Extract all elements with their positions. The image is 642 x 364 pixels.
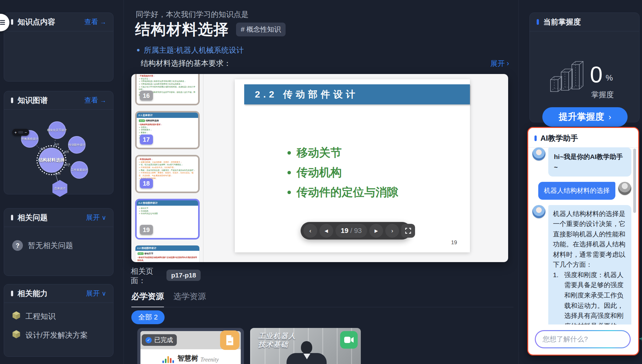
related-abilities-expand-link[interactable]: 展开 ∨ (86, 289, 106, 298)
card-marker (11, 98, 13, 103)
graph-node[interactable]: 模块化关节设计 (48, 121, 66, 139)
thumbnail-text-line: ➢ 移动关节 (139, 207, 196, 210)
document-icon (225, 335, 234, 346)
ability-label: 工程知识 (25, 311, 55, 321)
thumbnail-strip[interactable]: 2.1.4平衡系统设计• 平衡系统的作用：➢ 保证安全；➢ 可降低因机器人构形变… (131, 74, 203, 262)
card-marker (11, 291, 13, 296)
chat-message-list[interactable]: hi~我是你的AI教学助手~机器人结构材料的选择机器人结构材料的选择是一个重要的… (532, 147, 631, 324)
knowledge-content-view-link[interactable]: 查看 → (84, 17, 106, 27)
improve-mastery-button[interactable]: 提升掌握度 › (542, 107, 628, 127)
tab-optional-resources[interactable]: 选学资源 (173, 291, 206, 302)
ability-list: 工程知识设计/开发解决方案 (4, 311, 113, 340)
thumbnail-text-line: ➢ 保证安全； (139, 77, 196, 80)
thumbnail-slide-header: 2.2 传动部件设计 (135, 245, 199, 251)
filter-all-button[interactable]: 全部 2 (131, 310, 165, 324)
brand-name-en: Treenity (200, 356, 218, 363)
ai-assistant-panel: AI教学助手 hi~我是你的AI教学助手~机器人结构材料的选择机器人结构材料的选… (527, 127, 639, 356)
user-avatar (618, 182, 631, 195)
chat-input[interactable] (542, 335, 634, 344)
thumbnail-page-badge: 19 (140, 225, 153, 235)
related-pages-label: 相关页面： (131, 266, 156, 285)
last-page-button[interactable]: › (385, 224, 399, 238)
slide-thumbnail[interactable]: • 常用结构材料：➢ 碳素结构钢、合金结构钢：强度好，弹性模量大；➢ 铝、铝合金… (135, 155, 200, 193)
knowledge-graph-canvas[interactable]: 包含包含包含包含包含 + − 结构材料选择平衡系统设计模块化关节设计传动部件设计… (4, 109, 113, 194)
graph-node[interactable]: 结构材料选择 (39, 148, 64, 173)
bullet-dot-icon (137, 49, 139, 51)
first-page-button[interactable]: ‹ (303, 224, 317, 238)
zoom-out-icon[interactable]: − (24, 130, 27, 135)
slide-bullet: 移动关节 (287, 145, 398, 161)
chat-input-container (535, 330, 631, 348)
card-marker (537, 19, 539, 25)
mastery-unit: % (606, 73, 613, 86)
graph-node-label: 总体设计 (54, 187, 66, 191)
resource-card-video[interactable]: 工业机器人 技术基础 (250, 328, 361, 364)
page: 知识点内容 查看 → 知识图谱 查看 → 包含包含包含包含包含 + − 结构材料… (0, 0, 642, 364)
graph-node[interactable]: 传动部件设计 (68, 136, 86, 154)
knowledge-graph-view-link[interactable]: 查看 → (84, 96, 106, 105)
resource-card-document[interactable]: 智慧树 Treenity ✓ 已完成 (137, 328, 244, 364)
fullscreen-button[interactable] (401, 224, 415, 238)
thumbnail-text-line: ➢ 可降低因机器人构形变化而导致承载力矩变化的峰值； (139, 80, 196, 83)
fullscreen-icon (405, 228, 411, 234)
knowledge-content-title: 知识点内容 (18, 17, 55, 27)
resource-tabs: 必学资源 选学资源 (131, 291, 513, 307)
chat-message-bot: 机器人结构材料的选择是一个重要的设计决策，它直接影响机器人的性能和功能。在选择机… (532, 205, 631, 324)
graph-node-label: 结构材料选择 (38, 157, 65, 163)
mastery-title: 当前掌握度 (543, 17, 581, 27)
tab-required-resources[interactable]: 必学资源 (131, 291, 164, 302)
current-page: 19 (341, 227, 348, 235)
knowledge-graph-card: 知识图谱 查看 → 包含包含包含包含包含 + − 结构材料选择平衡系统设计模块化… (4, 91, 113, 194)
paper-plane-icon (637, 334, 642, 344)
graph-node-label: 模块化关节设计 (47, 128, 67, 132)
knowledge-content-card: 知识点内容 查看 → (4, 13, 113, 82)
total-pages: 93 (354, 227, 362, 235)
edge-label: 包含 (64, 150, 69, 153)
chevron-down-icon: ∨ (102, 290, 106, 297)
send-button[interactable] (637, 334, 642, 345)
list-item-number: 1. (553, 270, 563, 324)
mastery-label: 掌握度 (591, 90, 614, 100)
slide-thumbnail[interactable]: 2.2 传动部件设计2.2.1移动关节• 移动关节由直线运动机构和在整个运动范围… (135, 245, 200, 262)
slide-thumbnail-selected[interactable]: 2.2 传动部件设计➢ 移动关节➢ 传动机构➢ 传动件的定位与消隙19 (135, 199, 200, 240)
thumbnail-page-badge: 18 (140, 178, 153, 188)
slide-bullet-text: 传动机构 (297, 165, 342, 180)
topic-link[interactable]: 所属主题:机器人机械系统设计 (144, 45, 244, 55)
chat-scrollbar[interactable] (633, 149, 636, 213)
thumbnail-text-line: ➢ 传动机构 (139, 210, 196, 213)
check-icon: ✓ (145, 337, 152, 343)
slide-bullet: 传动件的定位与消隙 (287, 185, 398, 200)
cube-icon (12, 311, 20, 322)
thumbnail-page-badge: 16 (140, 91, 153, 101)
thumbnail-text-line: ➢ 碳素结构钢、合金结构钢：强度好，弹性模量大； (139, 161, 196, 164)
thumbnail-section-tag: 2.1.5结构材料选择 (139, 119, 196, 122)
slide-thumbnail[interactable]: 2.1.4平衡系统设计• 平衡系统的作用：➢ 保证安全；➢ 可降低因机器人构形变… (135, 74, 200, 105)
requirement-expand-link[interactable]: 展开 › (490, 59, 509, 68)
zoom-in-icon[interactable]: + (14, 130, 17, 135)
main-content: 同学好，本次我们学习的知识点是 结构材料选择 # 概念性知识 所属主题:机器人机… (124, 0, 519, 364)
chevron-right-icon: › (608, 112, 611, 122)
thumbnail-text-line: • 结构材料选择的基本要求： (139, 123, 196, 126)
thumbnail-text-line: ➢ 纤维增强复合材料：重量轻、刚度大、阻尼大，但存在老化、蠕变、高温热胀、与金属… (139, 171, 196, 177)
video-camera-icon (344, 336, 354, 343)
thumbnail-text-line: ➢ 铝、铝合金及其他轻合金材料：E/ρ值可与钢相比； (139, 163, 196, 166)
thumbnail-text-line: • 移动关节由直线运动机构和在整个运动范围中起直线导向作用的直线导轨组成。 (138, 256, 197, 261)
related-pages-tag[interactable]: p17-p18 (166, 270, 201, 281)
prev-page-button[interactable]: ◀ (319, 224, 333, 238)
thumbnail-text-line: ➢ 陶瓷：具有良好的品质，但脆性大，不易加工成具有长孔的连杆； (139, 169, 196, 172)
related-questions-expand-link[interactable]: 展开 ∨ (86, 213, 106, 222)
chevron-right-icon: › (507, 59, 509, 68)
slide-thumbnail[interactable]: 2.1 总体设计2.1.5结构材料选择• 结构材料选择的基本要求：➢ 强度高；➢… (135, 111, 200, 149)
related-questions-title: 相关问题 (18, 213, 48, 223)
slide-header-bar: 2.2 传动部件设计 (244, 84, 470, 104)
next-page-button[interactable]: ▶ (369, 224, 383, 238)
thumbnail-text-line: ➢ 弹性模量大； (139, 129, 196, 131)
graph-node-label: 传动部件设计 (68, 143, 85, 147)
thumbnail-slide-header: 2.2 传动部件设计 (137, 200, 198, 206)
cube-icon (12, 330, 20, 340)
slide-bullet-text: 传动件的定位与消隙 (297, 185, 398, 200)
thumbnail-slide-header: 2.1 总体设计 (137, 113, 198, 118)
graph-node[interactable]: 工作装置设计 (71, 161, 88, 179)
chat-list-item: 1.强度和刚度：机器人需要具备足够的强度和刚度来承受工作负载和运动力。因此，选择… (553, 270, 627, 324)
slide-page-number: 19 (451, 240, 457, 246)
